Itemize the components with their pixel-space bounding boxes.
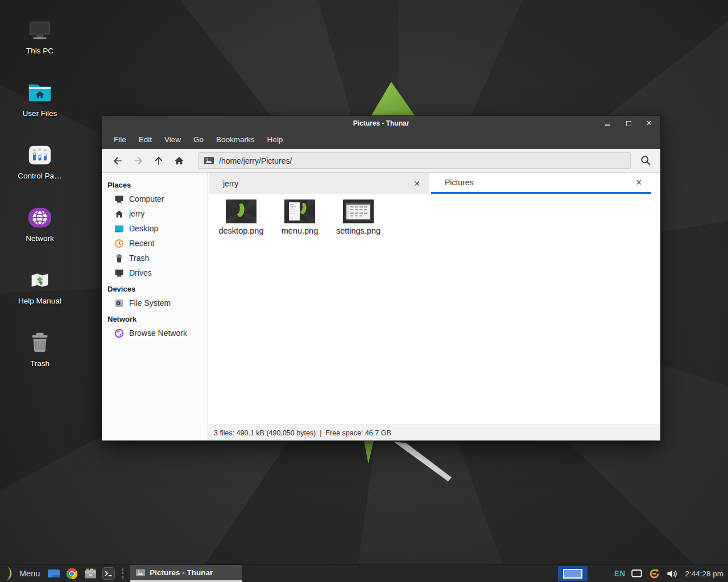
sidebar-header-network: Network xyxy=(107,315,208,323)
volume-icon[interactable] xyxy=(667,569,677,579)
desktop-icon-help-manual[interactable]: Help Manual xyxy=(8,263,72,325)
computer-icon xyxy=(114,194,124,204)
home-folder-icon xyxy=(27,80,53,106)
clock[interactable]: 2:44:28 pm xyxy=(685,569,723,578)
file-name: desktop.png xyxy=(213,226,270,235)
menu-button-label[interactable]: Menu xyxy=(19,569,40,578)
status-text: 3 files: 490.1 kB (490,050 bytes) | Free… xyxy=(214,429,391,437)
menu-help[interactable]: Help xyxy=(261,130,289,149)
search-icon xyxy=(640,155,652,167)
desktop-icon-this-pc[interactable]: This PC xyxy=(8,13,72,75)
sidebar-item-browse-network[interactable]: Browse Network xyxy=(102,326,208,340)
drives-icon xyxy=(114,268,124,278)
terminal-icon[interactable] xyxy=(102,567,115,580)
sidebar-item-file-system[interactable]: File System xyxy=(102,296,208,310)
desktop-icon-column: This PC User Files Control Pa… Network H… xyxy=(8,13,72,388)
statusbar: 3 files: 490.1 kB (490,050 bytes) | Free… xyxy=(208,425,660,440)
desktop-icon-control-panel[interactable]: Control Pa… xyxy=(8,138,72,200)
sidebar-item-label: File System xyxy=(129,298,171,307)
taskbar-handle[interactable] xyxy=(122,568,123,579)
trash-icon xyxy=(27,330,53,356)
sidebar-item-recent[interactable]: Recent xyxy=(102,236,208,251)
menu-png-thumbnail xyxy=(284,199,315,223)
sidebar: Places Computer jerry Desktop xyxy=(102,173,208,440)
tab-label: Pictures xyxy=(445,178,633,187)
titlebar[interactable]: Pictures - Thunar ✕ xyxy=(102,116,660,130)
sidebar-item-label: Computer xyxy=(129,194,164,203)
menu-view[interactable]: View xyxy=(158,130,187,149)
home-button[interactable] xyxy=(169,152,189,170)
file-name: settings.png xyxy=(330,226,387,235)
minimize-button[interactable] xyxy=(605,120,611,127)
forward-button[interactable] xyxy=(128,152,148,170)
close-button[interactable]: ✕ xyxy=(646,120,652,127)
keyboard-layout-indicator[interactable]: EN xyxy=(614,569,625,578)
taskbar-window-label: Pictures - Thunar xyxy=(150,568,213,577)
desktop-icon-label: Help Manual xyxy=(18,297,61,305)
menu-file[interactable]: File xyxy=(107,130,133,149)
control-panel-icon xyxy=(27,142,53,168)
sidebar-item-label: Recent xyxy=(129,239,154,248)
menu-button[interactable] xyxy=(4,566,14,581)
back-button[interactable] xyxy=(107,152,128,170)
trash-icon xyxy=(114,253,124,263)
desktop-icon-label: This PC xyxy=(26,47,53,55)
file-settings-png[interactable]: settings.png xyxy=(330,199,387,235)
chrome-icon[interactable] xyxy=(65,567,78,580)
desktop-icon-label: Trash xyxy=(30,359,49,368)
update-manager-icon[interactable] xyxy=(648,568,660,580)
image-folder-icon xyxy=(204,157,214,164)
menu-bookmarks[interactable]: Bookmarks xyxy=(210,130,261,149)
menubar: File Edit View Go Bookmarks Help xyxy=(102,130,660,149)
taskbar-window-button[interactable]: Pictures - Thunar xyxy=(130,565,242,582)
sidebar-item-drives[interactable]: Drives xyxy=(102,265,208,280)
home-icon xyxy=(114,209,124,219)
desktop-icon-user-files[interactable]: User Files xyxy=(8,75,72,138)
desktop-icon-label: Network xyxy=(26,234,54,243)
file-pane: jerry ✕ Pictures ✕ desktop.png xyxy=(208,173,660,440)
sidebar-item-trash[interactable]: Trash xyxy=(102,251,208,265)
window-controls: ✕ xyxy=(605,116,652,130)
menu-go[interactable]: Go xyxy=(187,130,210,149)
sidebar-item-label: Trash xyxy=(129,253,149,263)
sidebar-item-label: Browse Network xyxy=(129,329,187,338)
globe-icon xyxy=(114,329,124,338)
sidebar-item-computer[interactable]: Computer xyxy=(102,192,208,206)
help-manual-icon xyxy=(27,267,53,293)
sidebar-item-desktop[interactable]: Desktop xyxy=(102,221,208,236)
tab-close-icon[interactable]: ✕ xyxy=(633,178,644,187)
sidebar-header-places: Places xyxy=(107,181,208,189)
sidebar-item-label: jerry xyxy=(129,209,144,218)
tab-close-icon[interactable]: ✕ xyxy=(411,179,423,188)
file-menu-png[interactable]: menu.png xyxy=(271,199,328,235)
display-icon[interactable] xyxy=(631,569,642,578)
tab-jerry[interactable]: jerry ✕ xyxy=(209,173,429,194)
computer-icon xyxy=(27,17,53,43)
clock-icon xyxy=(114,239,124,248)
desktop-icon xyxy=(114,224,124,234)
tab-bar: jerry ✕ Pictures ✕ xyxy=(208,173,660,194)
show-desktop-icon[interactable] xyxy=(47,568,60,579)
active-workspace[interactable] xyxy=(563,569,582,579)
search-button[interactable] xyxy=(636,152,655,170)
maximize-button[interactable] xyxy=(625,120,632,127)
image-icon xyxy=(136,569,145,576)
sidebar-item-label: Desktop xyxy=(129,224,158,233)
desktop-icon-network[interactable]: Network xyxy=(8,200,72,263)
desktop-icon-trash[interactable]: Trash xyxy=(8,325,72,388)
taskbar: Menu Pictures - Thunar EN xyxy=(0,564,728,582)
location-bar[interactable]: /home/jerry/Pictures/ xyxy=(198,152,631,169)
tab-pictures[interactable]: Pictures ✕ xyxy=(431,173,651,194)
sidebar-item-jerry[interactable]: jerry xyxy=(102,206,208,221)
workspace-switcher[interactable] xyxy=(558,566,588,581)
file-list: desktop.png menu.png xyxy=(208,194,660,425)
up-button[interactable] xyxy=(148,152,169,170)
sidebar-item-label: Drives xyxy=(129,268,152,277)
path-text: /home/jerry/Pictures/ xyxy=(219,156,292,165)
file-desktop-png[interactable]: desktop.png xyxy=(213,199,270,235)
window-title: Pictures - Thunar xyxy=(353,119,410,127)
file-manager-icon[interactable] xyxy=(84,567,97,580)
settings-png-thumbnail xyxy=(343,199,374,223)
menu-edit[interactable]: Edit xyxy=(133,130,158,149)
sidebar-header-devices: Devices xyxy=(107,285,208,293)
